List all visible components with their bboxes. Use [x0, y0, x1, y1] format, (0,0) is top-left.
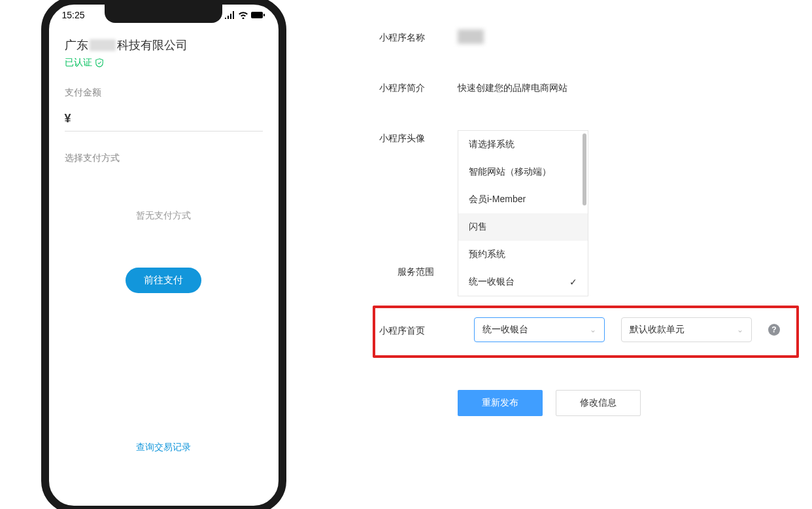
- battery-icon: [251, 11, 265, 19]
- pay-button[interactable]: 前往支付: [126, 268, 201, 293]
- status-indicators: [225, 10, 265, 20]
- dropdown-option-smartsite[interactable]: 智能网站（移动端）: [458, 158, 588, 186]
- shield-check-icon: [95, 58, 104, 67]
- republish-button[interactable]: 重新发布: [458, 390, 543, 416]
- payment-method-label: 选择支付方式: [65, 152, 263, 164]
- amount-label: 支付金额: [65, 87, 263, 99]
- dropdown-option-cashier[interactable]: 统一收银台 ✓: [458, 268, 588, 296]
- svg-rect-0: [251, 12, 263, 18]
- currency-symbol: ¥: [65, 112, 71, 126]
- dropdown-scrollbar[interactable]: [583, 133, 586, 205]
- phone-mockup: 15:25 广东 科技有限公司 已认证 支付金额: [0, 0, 327, 509]
- homepage-system-select[interactable]: 统一收银台 ⌄: [474, 317, 605, 342]
- phone-notch: [105, 5, 222, 23]
- check-icon: ✓: [569, 277, 577, 287]
- no-payment-text: 暂无支付方式: [65, 210, 263, 222]
- chevron-down-icon: ⌄: [737, 325, 743, 334]
- dropdown-option-imember[interactable]: 会员i-Member: [458, 186, 588, 213]
- modify-info-button[interactable]: 修改信息: [556, 390, 641, 416]
- help-icon[interactable]: ?: [768, 324, 780, 336]
- avatar-label: 小程序头像: [379, 130, 458, 145]
- app-name-label: 小程序名称: [379, 29, 458, 44]
- dropdown-option-placeholder[interactable]: 请选择系统: [458, 131, 588, 158]
- dropdown-option-booking[interactable]: 预约系统: [458, 241, 588, 268]
- svg-rect-1: [263, 14, 265, 16]
- homepage-label: 小程序首页: [379, 323, 458, 337]
- intro-value: 快速创建您的品牌电商网站: [458, 80, 567, 94]
- signal-icon: [225, 11, 235, 19]
- intro-label: 小程序简介: [379, 80, 458, 94]
- app-name-value-redacted: [458, 29, 484, 44]
- system-dropdown[interactable]: 请选择系统 智能网站（移动端） 会员i-Member 闪售 预约系统 统一收银台…: [458, 130, 588, 296]
- wifi-icon: [238, 11, 248, 19]
- query-transactions-link[interactable]: 查询交易记录: [65, 442, 263, 453]
- homepage-unit-select[interactable]: 默认收款单元 ⌄: [621, 317, 752, 342]
- amount-input[interactable]: ¥: [65, 112, 263, 132]
- status-time: 15:25: [62, 10, 85, 20]
- company-name: 广东 科技有限公司: [65, 37, 263, 53]
- chevron-down-icon: ⌄: [590, 325, 596, 334]
- dropdown-option-flashsale[interactable]: 闪售: [458, 213, 588, 241]
- service-scope-label: 服务范围: [379, 264, 458, 278]
- form-panel: 小程序名称 小程序简介 快速创建您的品牌电商网站 小程序头像 请选择系统 智能网…: [327, 0, 812, 509]
- verified-label: 已认证: [65, 57, 92, 69]
- verified-badge: 已认证: [65, 57, 263, 69]
- redacted-block: [90, 39, 116, 51]
